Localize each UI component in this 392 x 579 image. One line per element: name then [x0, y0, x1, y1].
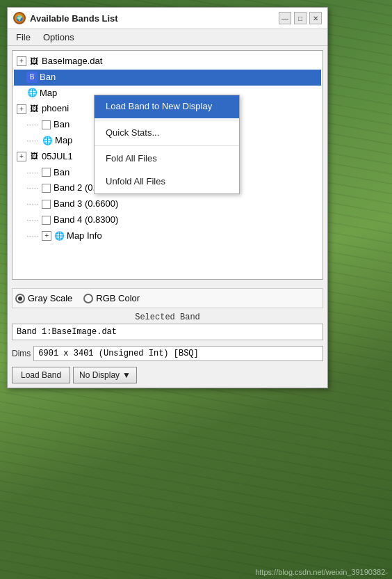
expand-icon-phoenix[interactable]: + [17, 104, 26, 114]
tree-area[interactable]: + 🖼 BaseImage.dat B Ban Load Band to New… [12, 50, 323, 280]
tree-label-map-phoenix: Map [55, 134, 72, 148]
dot-line-band2: ····· [26, 181, 39, 196]
load-band-button[interactable]: Load Band [12, 367, 70, 383]
dropdown-arrow-icon: ▼ [122, 370, 131, 380]
bottom-section: Gray Scale RGB Color Selected Band Band … [8, 284, 327, 388]
radio-grayscale-label: Gray Scale [28, 293, 72, 303]
title-bar: 🌍 Available Bands List ― □ ✕ [8, 8, 327, 29]
selected-band-value: Band 1:BaseImage.dat [12, 324, 323, 340]
menu-file[interactable]: File [10, 31, 36, 44]
window-title: Available Bands List [30, 13, 118, 24]
tree-label-phoenix: phoeni [42, 102, 69, 116]
checkbox-band-phoenix[interactable] [42, 120, 51, 129]
no-display-button[interactable]: No Display ▼ [73, 367, 137, 383]
dot-line-mapinfo: ····· [26, 229, 39, 244]
watermark: https://blog.csdn.net/weixin_39190382- [255, 568, 388, 576]
dot-line-band3: ····· [26, 197, 39, 212]
tree-node-baseimage[interactable]: + 🖼 BaseImage.dat [14, 54, 321, 70]
action-row: Load Band No Display ▼ [12, 367, 323, 383]
ctx-unfold-all[interactable]: Unfold All Files [95, 170, 239, 193]
ctx-separator-1 [95, 120, 239, 120]
tree-label-band1-05jul: Ban [54, 166, 70, 180]
tree-node-band4[interactable]: ····· Band 4 (0.8300) [14, 212, 321, 228]
checkbox-band4[interactable] [42, 216, 51, 225]
tree-label-band4: Band 4 (0.8300) [54, 213, 118, 228]
radio-rgb[interactable]: RGB Color [83, 293, 140, 303]
globe-icon-base: 🌐 [26, 88, 38, 99]
context-menu: Load Band to New Display Quick Stats... … [94, 95, 240, 194]
radio-grayscale-circle[interactable] [15, 294, 25, 303]
tree-label-baseimage: BaseImage.dat [42, 54, 102, 69]
dot-line-map-phoenix: ····· [26, 134, 39, 148]
radio-rgb-circle[interactable] [83, 294, 93, 303]
image-icon-phoenix: 🖼 [28, 104, 40, 115]
tree-label-map-base: Map [40, 86, 57, 101]
dims-row: Dims 6901 x 3401 (Unsigned Int) [BSQ] [12, 346, 323, 361]
dims-label: Dims [12, 349, 31, 358]
selected-band-label: Selected Band [12, 311, 323, 324]
ctx-load-band-new[interactable]: Load Band to New Display [95, 95, 239, 118]
globe-icon-mapinfo: 🌐 [54, 230, 65, 241]
close-button[interactable]: ✕ [309, 12, 322, 24]
ctx-unfold-all-label: Unfold All Files [106, 176, 165, 187]
tree-node-band3[interactable]: ····· Band 3 (0.6600) [14, 196, 321, 212]
menu-options[interactable]: Options [38, 31, 80, 44]
tree-label-band-phoenix: Ban [54, 118, 70, 132]
radio-row: Gray Scale RGB Color [12, 288, 323, 308]
ctx-fold-all-label: Fold All Files [106, 153, 157, 164]
checkbox-band1[interactable] [42, 168, 51, 177]
dims-value: 6901 x 3401 (Unsigned Int) [BSQ] [33, 346, 323, 361]
tree-label-05jul: 05JUL1 [42, 150, 73, 164]
expand-icon-baseimage[interactable]: + [17, 56, 26, 66]
ctx-separator-2 [95, 145, 239, 146]
menubar: File Options [8, 29, 327, 46]
tree-label-band3: Band 3 (0.6600) [54, 197, 118, 212]
dot-line-band4: ····· [26, 213, 39, 228]
ctx-fold-all[interactable]: Fold All Files [95, 148, 239, 170]
checkbox-band2[interactable] [42, 184, 51, 193]
tree-node-band1-base[interactable]: B Ban Load Band to New Display Quick Sta… [14, 70, 321, 86]
checkbox-band3[interactable] [42, 200, 51, 209]
image-icon-05jul: 🖼 [28, 151, 40, 162]
tree-label-band1-base: Ban [40, 70, 56, 85]
title-bar-buttons: ― □ ✕ [279, 12, 322, 24]
no-display-label: No Display [79, 370, 120, 380]
radio-grayscale[interactable]: Gray Scale [15, 293, 72, 303]
ctx-quick-stats-label: Quick Stats... [106, 127, 159, 138]
tree-label-mapinfo: Map Info [67, 229, 102, 244]
expand-icon-05jul[interactable]: + [17, 152, 26, 161]
globe-icon-phoenix: 🌐 [42, 135, 53, 146]
maximize-button[interactable]: □ [294, 12, 307, 24]
dot-line-band1: ····· [26, 166, 39, 180]
image-icon-baseimage: 🖼 [28, 56, 40, 67]
main-window: 🌍 Available Bands List ― □ ✕ File Option… [7, 7, 328, 388]
dot-line-phoenix: ····· [26, 118, 39, 132]
ctx-quick-stats[interactable]: Quick Stats... [95, 122, 239, 145]
tree-node-mapinfo[interactable]: ····· + 🌐 Map Info [14, 228, 321, 244]
minimize-button[interactable]: ― [279, 12, 291, 24]
app-icon: 🌍 [13, 12, 26, 24]
expand-icon-mapinfo[interactable]: + [42, 231, 51, 241]
radio-rgb-label: RGB Color [96, 293, 140, 303]
band-icon-1: B [26, 72, 38, 83]
title-bar-left: 🌍 Available Bands List [13, 12, 118, 24]
